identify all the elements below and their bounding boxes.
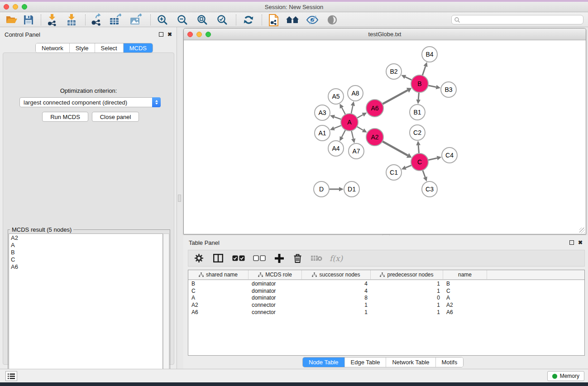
- table-cell[interactable]: A: [443, 294, 487, 301]
- export-image-icon[interactable]: [129, 14, 143, 26]
- edge-C-C1[interactable]: [406, 165, 411, 167]
- function-builder-icon[interactable]: f(x): [330, 254, 343, 263]
- export-table-icon[interactable]: [109, 14, 123, 26]
- first-neighbors-icon[interactable]: [286, 14, 299, 26]
- network-window-titlebar[interactable]: testGlobe.txt: [184, 29, 586, 40]
- table-row[interactable]: Bdominator41B: [188, 280, 584, 287]
- table-row[interactable]: Cdominator41C: [188, 287, 584, 295]
- show-graphics-details-icon[interactable]: [325, 14, 339, 26]
- table-cell[interactable]: 1: [302, 301, 371, 309]
- table-cell[interactable]: 1: [302, 309, 371, 316]
- table-float-panel-icon[interactable]: [569, 240, 574, 245]
- search-field[interactable]: [451, 15, 583, 24]
- tab-mcds[interactable]: MCDS: [124, 43, 153, 52]
- memory-button[interactable]: Memory: [547, 371, 584, 381]
- mcds-result-item[interactable]: A6: [9, 263, 163, 270]
- table-cell[interactable]: A: [188, 294, 249, 301]
- import-table-icon[interactable]: [65, 14, 78, 26]
- mcds-result-item[interactable]: B: [9, 248, 163, 256]
- import-network-icon[interactable]: [45, 14, 59, 26]
- zoom-fit-icon[interactable]: [196, 14, 209, 26]
- export-network-icon[interactable]: [90, 14, 103, 26]
- mcds-result-item[interactable]: A: [9, 241, 163, 248]
- save-session-icon[interactable]: [22, 14, 35, 26]
- table-row[interactable]: A6connector11A6: [188, 309, 584, 316]
- table-cell[interactable]: A6: [188, 309, 249, 316]
- table-cell[interactable]: connector: [249, 309, 302, 316]
- hide-graphics-details-icon[interactable]: [306, 14, 319, 26]
- column-header-successor-nodes[interactable]: successor nodes: [302, 270, 371, 279]
- edge-A-A8[interactable]: [351, 105, 353, 114]
- table-cell[interactable]: C: [188, 287, 249, 295]
- run-mcds-button[interactable]: Run MCDS: [42, 112, 88, 122]
- table-cell[interactable]: 1: [371, 287, 443, 295]
- network-from-selection-icon[interactable]: [267, 14, 280, 26]
- task-history-button[interactable]: [5, 371, 17, 381]
- edge-A2-C[interactable]: [382, 141, 408, 155]
- tab-network[interactable]: Network: [36, 43, 70, 52]
- edge-B-B4[interactable]: [422, 67, 425, 76]
- zoom-out-icon[interactable]: [176, 14, 189, 26]
- close-panel-icon[interactable]: ✖: [167, 32, 172, 37]
- vertical-splitter-handle[interactable]: [178, 195, 181, 202]
- mcds-result-item[interactable]: A2: [9, 234, 163, 241]
- table-cell[interactable]: 1: [371, 309, 443, 316]
- edge-A-A3[interactable]: [334, 117, 341, 119]
- window-resize-grip[interactable]: [579, 228, 585, 233]
- edge-C-C3[interactable]: [423, 170, 425, 177]
- tab-edge-table[interactable]: Edge Table: [345, 357, 387, 367]
- table-cell[interactable]: 0: [371, 294, 443, 301]
- edge-A6-B[interactable]: [382, 90, 408, 104]
- table-cell[interactable]: A2: [443, 301, 487, 309]
- table-cell[interactable]: A2: [188, 301, 249, 309]
- tab-network-table[interactable]: Network Table: [386, 357, 435, 367]
- open-session-icon[interactable]: [5, 14, 18, 26]
- deselect-all-icon[interactable]: [253, 255, 266, 261]
- edge-C-C2[interactable]: [418, 145, 419, 153]
- zoom-in-icon[interactable]: [156, 14, 169, 26]
- table-cell[interactable]: connector: [249, 301, 302, 309]
- table-row[interactable]: A2connector11A2: [188, 301, 584, 309]
- select-all-icon[interactable]: [232, 255, 245, 261]
- column-header-name[interactable]: name: [443, 270, 487, 279]
- edge-A-A5[interactable]: [342, 108, 345, 114]
- network-canvas-area[interactable]: AA1A2A3A4A5A6A7A8BB1B2B3B4CC1C2C3C4DD1: [184, 41, 585, 234]
- column-header-predecessor-nodes[interactable]: predecessor nodes: [371, 270, 443, 279]
- close-panel-button[interactable]: Close panel: [92, 112, 139, 122]
- delete-icon[interactable]: [294, 254, 301, 263]
- column-header-MCDS-role[interactable]: MCDS role: [249, 270, 302, 279]
- table-cell[interactable]: 1: [371, 301, 443, 309]
- table-cell[interactable]: 4: [302, 287, 371, 295]
- table-cell[interactable]: dominator: [249, 294, 302, 301]
- edge-A-A4[interactable]: [342, 130, 345, 137]
- add-column-icon[interactable]: [275, 254, 284, 263]
- mcds-result-scrollbar[interactable]: [163, 234, 169, 383]
- tab-select[interactable]: Select: [95, 43, 124, 52]
- table-cell[interactable]: A6: [443, 309, 487, 316]
- table-cell[interactable]: B: [443, 280, 487, 287]
- edge-A-A2[interactable]: [357, 127, 363, 130]
- table-close-panel-icon[interactable]: ✖: [578, 240, 583, 245]
- split-columns-icon[interactable]: [213, 254, 223, 262]
- mcds-result-item[interactable]: C: [9, 256, 163, 263]
- table-cell[interactable]: dominator: [249, 287, 302, 295]
- table-cell[interactable]: 4: [302, 280, 371, 287]
- table-cell[interactable]: 1: [371, 280, 443, 287]
- zoom-selected-icon[interactable]: [215, 14, 229, 26]
- edge-B-B1[interactable]: [418, 92, 419, 100]
- edge-C-C4[interactable]: [428, 158, 437, 160]
- edge-A-A7[interactable]: [351, 130, 353, 138]
- gear-icon[interactable]: [195, 254, 203, 262]
- tab-node-table[interactable]: Node Table: [303, 357, 345, 367]
- table-cell[interactable]: B: [188, 280, 249, 287]
- tab-style[interactable]: Style: [70, 43, 95, 52]
- table-row[interactable]: Adominator80A: [188, 294, 584, 301]
- refresh-layout-icon[interactable]: [242, 14, 255, 26]
- table-cell[interactable]: C: [443, 287, 487, 295]
- search-input[interactable]: [460, 17, 574, 23]
- edge-A-A1[interactable]: [334, 125, 341, 129]
- float-panel-icon[interactable]: [159, 32, 163, 37]
- criterion-dropdown[interactable]: largest connected component (directed): [19, 97, 161, 107]
- table-cell[interactable]: 8: [302, 294, 371, 301]
- edge-B-B3[interactable]: [428, 86, 436, 87]
